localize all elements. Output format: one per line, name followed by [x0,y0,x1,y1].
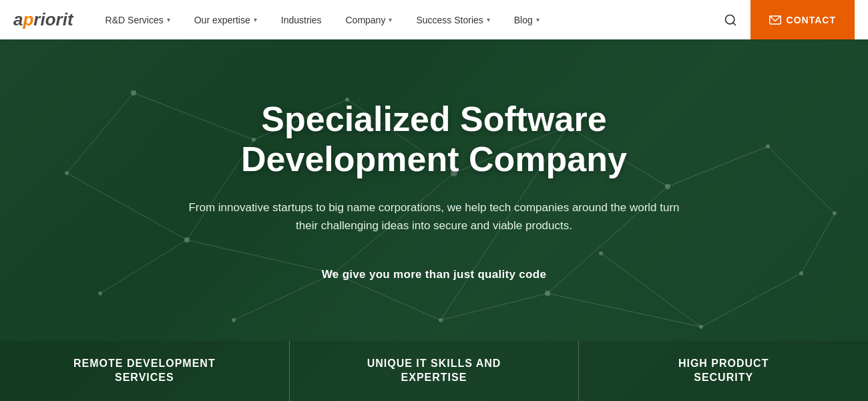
hero-tagline: We give you more than just quality code [322,268,546,281]
nav-right: CONTACT [711,0,855,39]
logo-iorit: iorit [40,9,73,29]
nav-blog[interactable]: Blog ▾ [502,0,552,39]
logo-p: p [23,9,33,29]
hero-cards: REMOTE DEVELOPMENTSERVICES UNIQUE IT SKI… [0,341,868,401]
nav-our-expertise-label: Our expertise [194,15,250,25]
nav-success-stories[interactable]: Success Stories ▾ [404,0,501,39]
nav-rd-services-label: R&D Services [105,15,164,25]
navbar: apriorit R&D Services ▾ Our expertise ▾ … [0,0,868,39]
search-icon [724,13,737,27]
nav-blog-chevron: ▾ [536,16,539,23]
email-icon [769,15,781,25]
nav-our-expertise[interactable]: Our expertise ▾ [182,0,269,39]
hero-card-remote[interactable]: REMOTE DEVELOPMENTSERVICES [0,341,290,401]
nav-success-stories-chevron: ▾ [487,16,490,23]
hero-card-remote-label: REMOTE DEVELOPMENTSERVICES [73,357,216,385]
hero-subtitle: From innovative startups to big name cor… [180,198,688,235]
hero-card-security[interactable]: HIGH PRODUCTSECURITY [579,341,868,401]
nav-blog-label: Blog [514,15,533,25]
logo-a: a [13,9,23,29]
logo[interactable]: apriorit [13,9,73,30]
nav-rd-services[interactable]: R&D Services ▾ [93,0,182,39]
hero-title: Specialized Software Development Company [160,100,708,180]
svg-line-1 [733,22,736,25]
hero-section: Specialized Software Development Company… [0,39,868,401]
nav-company-chevron: ▾ [389,16,392,23]
logo-r: r [33,9,40,29]
svg-point-38 [699,325,703,329]
contact-button[interactable]: CONTACT [750,0,855,39]
nav-success-stories-label: Success Stories [416,15,483,25]
nav-rd-services-chevron: ▾ [167,16,170,23]
svg-point-40 [232,318,236,322]
nav-company[interactable]: Company ▾ [333,0,404,39]
hero-content: Specialized Software Development Company… [0,39,868,301]
nav-industries-label: Industries [281,15,322,25]
search-button[interactable] [711,0,750,39]
nav-company-label: Company [345,15,385,25]
nav-industries[interactable]: Industries [269,0,334,39]
nav-items: R&D Services ▾ Our expertise ▾ Industrie… [93,0,711,39]
contact-label: CONTACT [787,15,836,25]
hero-card-skills-label: UNIQUE IT SKILLS ANDEXPERTISE [367,357,501,385]
nav-our-expertise-chevron: ▾ [254,16,257,23]
hero-card-skills[interactable]: UNIQUE IT SKILLS ANDEXPERTISE [290,341,580,401]
hero-card-security-label: HIGH PRODUCTSECURITY [678,357,769,385]
svg-point-36 [439,318,443,322]
